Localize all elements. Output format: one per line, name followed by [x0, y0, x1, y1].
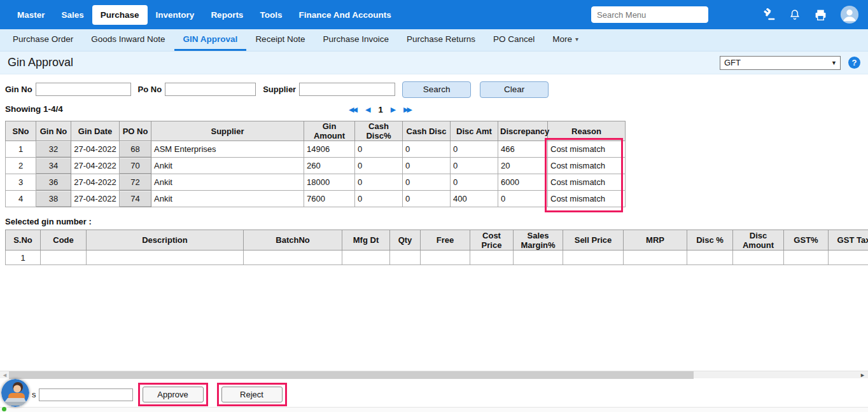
table-cell[interactable]: 0 [355, 158, 403, 174]
table-cell[interactable]: 0 [355, 174, 403, 191]
column-header-mfg-dt: Mfg Dt [342, 230, 390, 251]
supplier-input[interactable] [299, 83, 395, 96]
tab-purchase-returns[interactable]: Purchase Returns [398, 29, 484, 51]
tab-label: Purchase Order [13, 34, 73, 44]
scrollbar-thumb[interactable] [9, 371, 694, 379]
table-cell [41, 251, 87, 265]
table-cell[interactable]: 400 [451, 191, 498, 207]
remarks-label: s [32, 390, 36, 399]
next-page-icon[interactable]: ▶ [391, 106, 396, 114]
cell-button[interactable]: 74 [120, 191, 151, 207]
menu-finance-and-accounts[interactable]: Finance And Accounts [290, 5, 399, 25]
table-cell[interactable]: 20 [498, 158, 548, 174]
table-cell[interactable]: 27-04-2022 [71, 174, 120, 191]
cell-button[interactable]: 36 [36, 174, 71, 191]
first-page-icon[interactable]: ◀◀ [349, 106, 358, 114]
support-person-illustration [1, 379, 29, 407]
tab-gin-approval[interactable]: GIN Approval [174, 29, 247, 51]
tab-purchase-order[interactable]: Purchase Order [4, 29, 82, 51]
table-cell[interactable]: 27-04-2022 [71, 158, 120, 174]
menu-master[interactable]: Master [9, 5, 53, 25]
cell-button[interactable]: 38 [36, 191, 71, 207]
menu-purchase[interactable]: Purchase [92, 5, 148, 25]
user-avatar[interactable] [840, 5, 859, 24]
table-row[interactable]: 33627-04-202272Ankit180000006000Cost mis… [6, 174, 626, 191]
gin-no-input[interactable] [36, 83, 131, 96]
table-cell[interactable]: 0 [403, 141, 451, 158]
prev-page-icon[interactable]: ◀ [365, 106, 370, 114]
cell-button[interactable]: 68 [120, 141, 151, 158]
scroll-right-icon[interactable]: ► [860, 371, 865, 379]
scroll-left-icon[interactable]: ◄ [2, 371, 8, 379]
search-button[interactable]: Search [402, 81, 471, 98]
table-row[interactable]: 43827-04-202274Ankit7600004000Cost misma… [6, 191, 626, 207]
column-header-gin-amount: Gin Amount [304, 121, 355, 141]
title-bar: Gin Approval GFT ▼ ? [0, 52, 868, 74]
table-cell[interactable]: 0 [451, 141, 498, 158]
menu-tools[interactable]: Tools [251, 5, 290, 25]
table-cell[interactable]: 1 [6, 141, 36, 158]
tab-purchase-invoice[interactable]: Purchase Invoice [314, 29, 398, 51]
tab-receipt-note[interactable]: Receipt Note [246, 29, 314, 51]
menu-search-input[interactable] [591, 6, 708, 23]
table-cell[interactable]: Cost mismatch [548, 191, 626, 207]
table-cell[interactable]: 18000 [304, 174, 355, 191]
branch-select[interactable]: GFT ▼ [720, 56, 841, 70]
table-cell[interactable]: Cost mismatch [548, 141, 626, 158]
menu-sales[interactable]: Sales [53, 5, 92, 25]
table-cell[interactable]: 260 [304, 158, 355, 174]
table-cell[interactable]: 0 [451, 174, 498, 191]
table-cell[interactable]: 6000 [498, 174, 548, 191]
table-cell[interactable]: 0 [403, 158, 451, 174]
remarks-input[interactable] [39, 388, 133, 401]
tab-goods-inward-note[interactable]: Goods Inward Note [82, 29, 174, 51]
table-cell[interactable]: 7600 [304, 191, 355, 207]
column-header-sell-price: Sell Price [563, 230, 624, 251]
gavel-icon[interactable] [763, 8, 776, 21]
cell-button[interactable]: 70 [120, 158, 151, 174]
reject-button[interactable]: Reject [221, 387, 283, 402]
table-cell[interactable]: 4 [6, 191, 36, 207]
pager: ◀◀ ◀ 1 ▶ ▶▶ [349, 105, 412, 114]
tab-more[interactable]: More ▾ [543, 29, 587, 51]
table-cell[interactable]: 0 [498, 191, 548, 207]
column-header-gst-: GST% [784, 230, 829, 251]
po-no-input[interactable] [165, 83, 256, 96]
cell-button[interactable]: 34 [36, 158, 71, 174]
chat-widget-avatar[interactable] [1, 379, 29, 407]
table-cell[interactable]: 2 [6, 158, 36, 174]
last-page-icon[interactable]: ▶▶ [403, 106, 412, 114]
table-cell[interactable]: 0 [403, 191, 451, 207]
cell-button[interactable]: 72 [120, 174, 151, 191]
table-cell[interactable]: 466 [498, 141, 548, 158]
table-cell[interactable]: 0 [403, 174, 451, 191]
table-row[interactable]: 13227-04-202268ASM Enterprises1490600046… [6, 141, 626, 158]
table-cell[interactable]: ASM Enterprises [151, 141, 304, 158]
table-cell[interactable]: 0 [355, 191, 403, 207]
help-icon[interactable]: ? [848, 57, 860, 69]
table-cell[interactable]: 3 [6, 174, 36, 191]
horizontal-scrollbar[interactable]: ◄ ► [0, 371, 868, 378]
column-header-s-no: S.No [6, 230, 41, 251]
table-cell[interactable]: 27-04-2022 [71, 141, 120, 158]
menu-inventory[interactable]: Inventory [148, 5, 203, 25]
table-cell[interactable]: 27-04-2022 [71, 191, 120, 207]
table-cell[interactable]: Cost mismatch [548, 174, 626, 191]
printer-icon[interactable] [814, 8, 827, 22]
table-cell[interactable]: 0 [355, 141, 403, 158]
table-cell[interactable]: Cost mismatch [548, 158, 626, 174]
table-cell[interactable]: Ankit [151, 174, 304, 191]
tab-po-cancel[interactable]: PO Cancel [484, 29, 543, 51]
bell-icon[interactable] [788, 8, 801, 21]
approve-button[interactable]: Approve [143, 387, 204, 402]
column-header-gin-no: Gin No [36, 121, 71, 141]
menu-reports[interactable]: Reports [202, 5, 251, 25]
table-cell[interactable]: 14906 [304, 141, 355, 158]
table-cell[interactable]: Ankit [151, 158, 304, 174]
cell-button[interactable]: 32 [36, 141, 71, 158]
table-row[interactable]: 23427-04-202270Ankit26000020Cost mismatc… [6, 158, 626, 174]
clear-button[interactable]: Clear [480, 81, 549, 98]
table-cell[interactable]: Ankit [151, 191, 304, 207]
table-cell [342, 251, 390, 265]
table-cell[interactable]: 0 [451, 158, 498, 174]
